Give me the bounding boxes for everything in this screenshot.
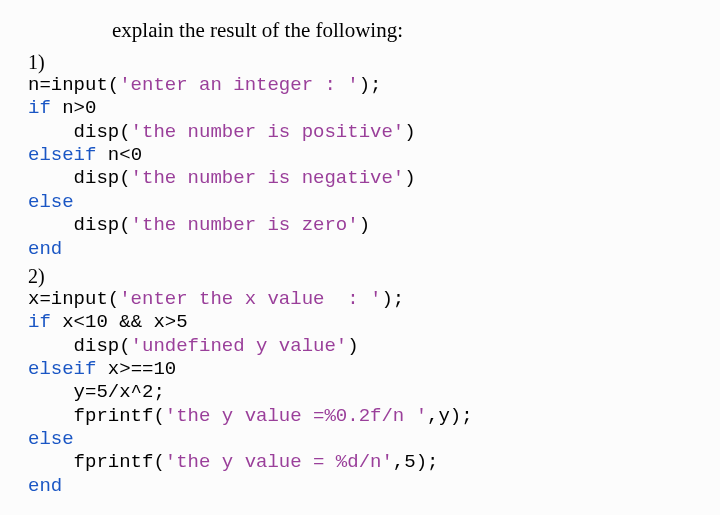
code-string: 'enter the x value : ' bbox=[119, 288, 381, 310]
code-text: ) bbox=[404, 121, 415, 143]
code-block-2: x=input('enter the x value : '); if x<10… bbox=[28, 288, 702, 498]
code-text: n>0 bbox=[51, 97, 97, 119]
code-text: ) bbox=[347, 335, 358, 357]
code-keyword: end bbox=[28, 238, 62, 260]
code-text: n=input( bbox=[28, 74, 119, 96]
code-text: ,y); bbox=[427, 405, 473, 427]
code-text: x>==10 bbox=[96, 358, 176, 380]
code-text: x=input( bbox=[28, 288, 119, 310]
code-string: 'the number is negative' bbox=[131, 167, 405, 189]
code-keyword: elseif bbox=[28, 144, 96, 166]
code-keyword: elseif bbox=[28, 358, 96, 380]
question-1-number: 1) bbox=[28, 51, 702, 74]
code-string: 'the number is zero' bbox=[131, 214, 359, 236]
code-keyword: end bbox=[28, 475, 62, 497]
code-string: 'the y value =%0.2f/n ' bbox=[165, 405, 427, 427]
code-string: 'undefined y value' bbox=[131, 335, 348, 357]
code-keyword: if bbox=[28, 311, 51, 333]
page-title: explain the result of the following: bbox=[112, 18, 702, 43]
code-string: 'the y value = %d/n' bbox=[165, 451, 393, 473]
code-keyword: else bbox=[28, 191, 74, 213]
code-text: ) bbox=[404, 167, 415, 189]
code-text: fprintf( bbox=[74, 451, 165, 473]
code-text: ); bbox=[359, 74, 382, 96]
code-string: 'enter an integer : ' bbox=[119, 74, 358, 96]
question-2-number: 2) bbox=[28, 265, 702, 288]
code-text: ); bbox=[381, 288, 404, 310]
code-text: ) bbox=[359, 214, 370, 236]
code-text: disp( bbox=[74, 214, 131, 236]
code-keyword: if bbox=[28, 97, 51, 119]
code-text: fprintf( bbox=[74, 405, 165, 427]
code-text: x<10 && x>5 bbox=[51, 311, 188, 333]
code-text: y=5/x^2; bbox=[74, 381, 165, 403]
code-text: disp( bbox=[74, 167, 131, 189]
code-text: disp( bbox=[74, 121, 131, 143]
code-text: disp( bbox=[74, 335, 131, 357]
code-keyword: else bbox=[28, 428, 74, 450]
code-text: ,5); bbox=[393, 451, 439, 473]
code-block-1: n=input('enter an integer : '); if n>0 d… bbox=[28, 74, 702, 261]
code-string: 'the number is positive' bbox=[131, 121, 405, 143]
code-text: n<0 bbox=[96, 144, 142, 166]
